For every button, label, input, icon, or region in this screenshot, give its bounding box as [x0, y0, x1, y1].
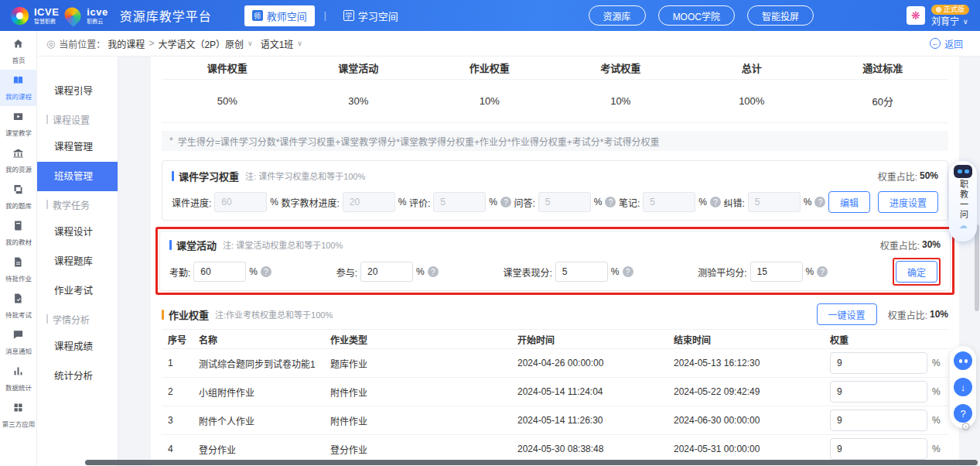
homework-weight-share: 权重占比: 10%	[888, 308, 948, 321]
table-row: 1 测试综合题同步到试卷功能1 题库作业 2024-04-26 00:00:00…	[162, 349, 948, 378]
quiz-average-input[interactable]	[750, 262, 803, 282]
summary-val-exam: 10%	[555, 95, 687, 107]
horizontal-scrollbar-thumb[interactable]	[85, 460, 978, 465]
sidebar-item-classroom-teaching[interactable]: 课堂教学	[0, 106, 36, 142]
back-arrow-icon: ←	[930, 38, 941, 49]
sidebar-item-pending-homework[interactable]: 待批作业	[0, 252, 36, 288]
sidebar-item-my-courses[interactable]: 我的课程	[0, 70, 36, 106]
icve-shell-logo-icon	[61, 4, 84, 27]
vertical-scrollbar-thumb[interactable]	[975, 224, 979, 311]
notes-input[interactable]	[643, 192, 695, 212]
participation-input[interactable]	[360, 262, 413, 282]
row-type: 题库作业	[330, 357, 517, 370]
percent-suffix: %	[611, 266, 620, 277]
submenu-item-homework-exams[interactable]: 作业考试	[37, 276, 118, 306]
help-icon[interactable]: ?	[428, 266, 439, 277]
row-weight-input[interactable]	[830, 381, 927, 403]
user-area[interactable]: ❋ 正式版 刘育宁 ∨	[907, 5, 969, 26]
error-correction-input[interactable]	[748, 192, 801, 212]
help-icon[interactable]: ?	[817, 266, 828, 277]
help-icon[interactable]: ?	[500, 197, 511, 207]
submenu-item-course-design[interactable]: 课程设计	[37, 218, 118, 247]
qa-input[interactable]	[538, 192, 591, 212]
row-weight-input[interactable]	[830, 409, 927, 431]
edition-badge: 正式版	[931, 5, 969, 15]
row-start-time: 2024-05-30 08:38:48	[517, 444, 674, 454]
sidebar-item-my-textbooks[interactable]: 我的教材	[0, 215, 36, 252]
sidebar-item-label: 首页	[12, 55, 25, 65]
row-no: 1	[162, 358, 199, 368]
smart-casting-button[interactable]: 智能投屏	[747, 5, 814, 26]
breadcrumb-course-select[interactable]: 大学语文（2P）原创	[158, 37, 244, 50]
weight-settings-panel: 课件权重 课堂活动 作业权重 考试权重 总计 通过标准 50% 30% 10% …	[151, 57, 959, 466]
classroom-icon	[12, 111, 24, 125]
submenu-item-course-grades[interactable]: 课程成绩	[37, 332, 118, 361]
user-menu[interactable]: 刘育宁 ∨	[931, 17, 968, 26]
download-icon[interactable]: ↓	[954, 378, 972, 396]
sidebar-item-label: 待批作业	[5, 273, 32, 283]
floating-action-stack: ↓ ?	[950, 346, 976, 428]
courseware-section-title: 课件学习权重	[179, 169, 239, 183]
percent-suffix: %	[594, 197, 603, 207]
avatar-glyph: ❋	[911, 9, 920, 22]
target-icon[interactable]: ⊙	[961, 420, 971, 433]
space-nav: 师 教师空间 | 学 学习空间	[244, 5, 406, 26]
chevron-down-icon[interactable]: ∨	[248, 39, 253, 47]
breadcrumb-my-courses[interactable]: 我的课程	[108, 37, 145, 50]
weight-share-label: 权重占比:	[880, 238, 920, 252]
sidebar-item-my-question-bank[interactable]: 我的题库	[0, 179, 36, 215]
nav-teacher-space[interactable]: 师 教师空间	[244, 5, 315, 26]
progress-settings-button[interactable]: 进度设置	[878, 191, 938, 213]
percent-suffix: %	[398, 197, 407, 207]
edit-button[interactable]: 编辑	[828, 191, 870, 213]
field-label: 课堂表现分:	[504, 266, 552, 279]
mooc-academy-button[interactable]: MOOC学院	[658, 5, 735, 26]
icve-cloud-logo-text: icve 职教云	[87, 7, 108, 24]
breadcrumb-class-select[interactable]: 语文1班	[261, 37, 294, 50]
col-name: 名称	[199, 333, 330, 346]
nav-learning-space-label: 学习空间	[358, 9, 398, 23]
sidebar-item-my-resources[interactable]: 我的资源	[0, 142, 36, 179]
confirm-button[interactable]: 确定	[896, 261, 937, 283]
evaluation-input[interactable]	[433, 192, 486, 212]
chevron-down-icon[interactable]: ∨	[297, 39, 302, 47]
sidebar-item-notifications[interactable]: 消息通知	[0, 324, 36, 361]
sidebar-item-third-party-apps[interactable]: 第三方应用	[0, 397, 36, 433]
help-icon[interactable]: ?	[623, 266, 633, 277]
percent-suffix: %	[932, 358, 941, 368]
digital-textbook-progress-input[interactable]	[343, 192, 395, 212]
class-performance-input[interactable]	[555, 262, 608, 282]
help-icon[interactable]: ?	[710, 197, 721, 207]
help-icon[interactable]: ?	[261, 266, 271, 277]
attendance-input[interactable]	[193, 262, 246, 282]
submenu-item-course-management[interactable]: 课程管理	[37, 132, 118, 162]
back-button[interactable]: ← 返回	[930, 37, 963, 50]
help-icon[interactable]: ?	[814, 197, 825, 207]
submenu-item-class-management[interactable]: 班级管理	[37, 162, 118, 191]
courseware-progress-input[interactable]	[214, 192, 267, 212]
sidebar-item-statistics[interactable]: 数据统计	[0, 361, 36, 397]
score-formula-note: * 学生得分=课件学习分数*课件学习权重+课堂教学得分*课堂教学得分权重+作业分…	[162, 131, 948, 151]
row-weight-input[interactable]	[830, 438, 927, 460]
avatar[interactable]: ❋	[907, 6, 925, 25]
sidebar-item-pending-exams[interactable]: 待批考试	[0, 288, 36, 324]
percent-suffix: %	[270, 197, 278, 207]
formula-text: 学生得分=课件学习分数*课件学习权重+课堂教学得分*课堂教学得分权重+作业分*作…	[178, 135, 660, 148]
customer-service-icon[interactable]	[954, 351, 972, 370]
submenu-item-course-question-bank[interactable]: 课程题库	[37, 247, 118, 276]
resource-library-button[interactable]: 资源库	[589, 5, 646, 26]
submenu-item-statistical-analysis[interactable]: 统计分析	[37, 361, 118, 391]
row-weight-input[interactable]	[830, 352, 927, 374]
assistant-label: 职教一问	[959, 180, 968, 220]
submenu-item-course-guide[interactable]: 课程引导	[37, 77, 118, 106]
classroom-section-note: 注: 课堂活动权重总和等于100%	[223, 238, 343, 251]
assistant-widget[interactable]: 职教一问 ☁	[949, 161, 977, 242]
field-label: 参与:	[336, 266, 357, 279]
help-icon[interactable]: ?	[605, 197, 616, 207]
class-performance-field: 课堂表现分: % ?	[504, 262, 633, 282]
nav-learning-space[interactable]: 学 学习空间	[336, 5, 406, 26]
col-end-time: 结束时间	[674, 333, 830, 346]
quick-set-button[interactable]: 一键设置	[817, 303, 877, 325]
sidebar-item-home[interactable]: 首页	[0, 33, 36, 70]
field-label: 数字教材进度:	[281, 196, 339, 209]
